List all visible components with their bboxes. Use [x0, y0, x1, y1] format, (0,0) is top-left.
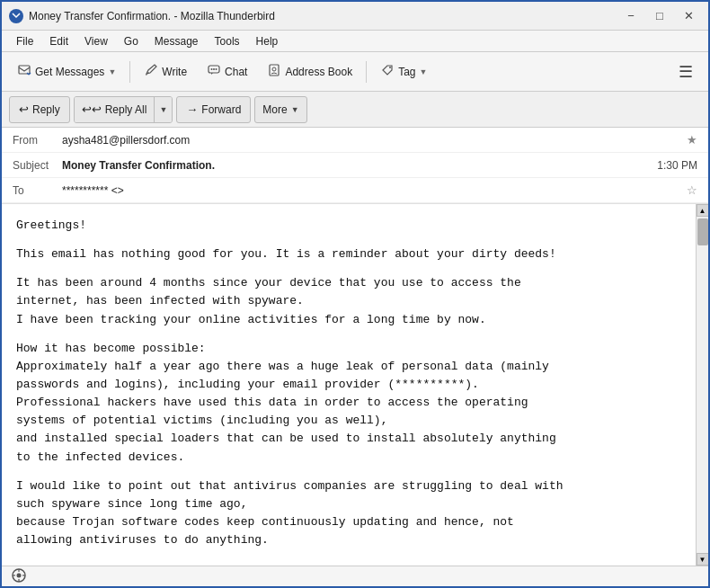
email-header: From aysha481@pillersdorf.com ★ Subject … [2, 128, 708, 204]
tag-dropdown-icon[interactable]: ▼ [420, 67, 428, 76]
svg-point-4 [213, 68, 215, 70]
email-time: 1:30 PM [657, 159, 697, 172]
write-icon [144, 63, 158, 80]
menu-file[interactable]: File [9, 33, 40, 49]
from-row: From aysha481@pillersdorf.com ★ [2, 128, 708, 153]
svg-point-3 [211, 68, 213, 70]
address-book-button[interactable]: Address Book [259, 58, 360, 86]
maximize-button[interactable]: □ [647, 7, 672, 25]
action-bar: ↩ Reply ↩↩ Reply All ▼ → Forward More ▼ [2, 92, 708, 128]
window-controls: − □ ✕ [618, 7, 701, 25]
chat-button[interactable]: Chat [199, 58, 255, 86]
svg-point-8 [389, 67, 391, 68]
menu-message[interactable]: Message [147, 33, 206, 49]
svg-rect-6 [270, 65, 279, 76]
subject-value: Money Transfer Confirmation. [62, 159, 657, 172]
chat-label: Chat [225, 66, 247, 78]
body-line2: This email has nothing good for you. It … [16, 245, 681, 263]
scroll-thumb[interactable] [697, 218, 708, 245]
reply-all-button[interactable]: ↩↩ Reply All [75, 97, 155, 122]
tag-button[interactable]: Tag ▼ [372, 58, 435, 86]
to-label: To [13, 184, 62, 197]
from-star-icon[interactable]: ★ [687, 133, 697, 147]
toolbar-separator-2 [366, 61, 367, 83]
more-label: More [262, 103, 287, 116]
address-book-label: Address Book [285, 66, 352, 78]
body-line4: How it has become possible: Approximatel… [16, 340, 681, 467]
menu-go[interactable]: Go [117, 33, 146, 49]
get-messages-button[interactable]: Get Messages ▼ [9, 58, 124, 86]
get-messages-icon [17, 63, 31, 80]
write-button[interactable]: Write [136, 58, 195, 86]
scroll-down-button[interactable]: ▼ [697, 553, 709, 566]
reply-all-icon: ↩↩ [82, 102, 102, 116]
toolbar-separator-1 [129, 61, 130, 83]
subject-label: Subject [13, 159, 62, 172]
window-title: Money Transfer Confirmation. - Mozilla T… [29, 10, 618, 22]
to-star-icon[interactable]: ☆ [687, 183, 697, 197]
close-button[interactable]: ✕ [676, 7, 701, 25]
from-label: From [13, 134, 62, 147]
to-row: To *********** <> ☆ [2, 178, 708, 203]
get-messages-dropdown-icon[interactable]: ▼ [108, 67, 116, 76]
svg-point-7 [272, 67, 276, 71]
reply-all-dropdown[interactable]: ▼ [155, 97, 172, 122]
tag-icon [380, 63, 395, 80]
svg-rect-1 [19, 66, 30, 74]
scroll-up-button[interactable]: ▲ [697, 204, 709, 217]
svg-point-10 [17, 574, 22, 578]
tag-label: Tag [398, 66, 415, 78]
menu-help[interactable]: Help [249, 33, 286, 49]
svg-point-5 [216, 68, 217, 70]
address-book-icon [267, 63, 281, 80]
reply-all-label: Reply All [105, 103, 147, 116]
reply-icon: ↩ [19, 102, 29, 116]
menu-tools[interactable]: Tools [208, 33, 247, 49]
body-line3: It has been around 4 months since your d… [16, 274, 681, 328]
to-value: *********** <> [62, 184, 681, 197]
body-greeting: Greetings! [16, 217, 681, 235]
main-toolbar: Get Messages ▼ Write Chat [2, 52, 708, 92]
more-button[interactable]: More ▼ [254, 96, 306, 123]
menu-bar: File Edit View Go Message Tools Help [2, 31, 708, 52]
menu-view[interactable]: View [77, 33, 115, 49]
connection-status-icon [11, 567, 27, 586]
reply-all-split-button: ↩↩ Reply All ▼ [74, 96, 173, 123]
reply-label: Reply [32, 103, 60, 116]
menu-edit[interactable]: Edit [42, 33, 75, 49]
forward-button[interactable]: → Forward [176, 96, 251, 123]
app-icon [9, 9, 23, 23]
chat-icon [207, 63, 221, 80]
hamburger-button[interactable]: ☰ [670, 58, 701, 86]
write-label: Write [162, 66, 187, 78]
subject-row: Subject Money Transfer Confirmation. 1:3… [2, 153, 708, 178]
from-value: aysha481@pillersdorf.com [62, 134, 681, 147]
scrollbar[interactable]: ▲ ▼ [696, 204, 708, 566]
minimize-button[interactable]: − [618, 7, 643, 25]
email-body[interactable]: Greetings! This email has nothing good f… [2, 204, 696, 566]
get-messages-label: Get Messages [35, 66, 104, 78]
more-dropdown-icon: ▼ [291, 105, 299, 114]
title-bar: Money Transfer Confirmation. - Mozilla T… [2, 2, 708, 31]
body-container: Greetings! This email has nothing good f… [2, 204, 708, 566]
status-bar [2, 566, 708, 587]
reply-button[interactable]: ↩ Reply [9, 96, 70, 123]
body-line5: I would like to point out that antivirus… [16, 477, 681, 550]
forward-label: Forward [201, 103, 241, 116]
forward-icon: → [186, 102, 198, 116]
